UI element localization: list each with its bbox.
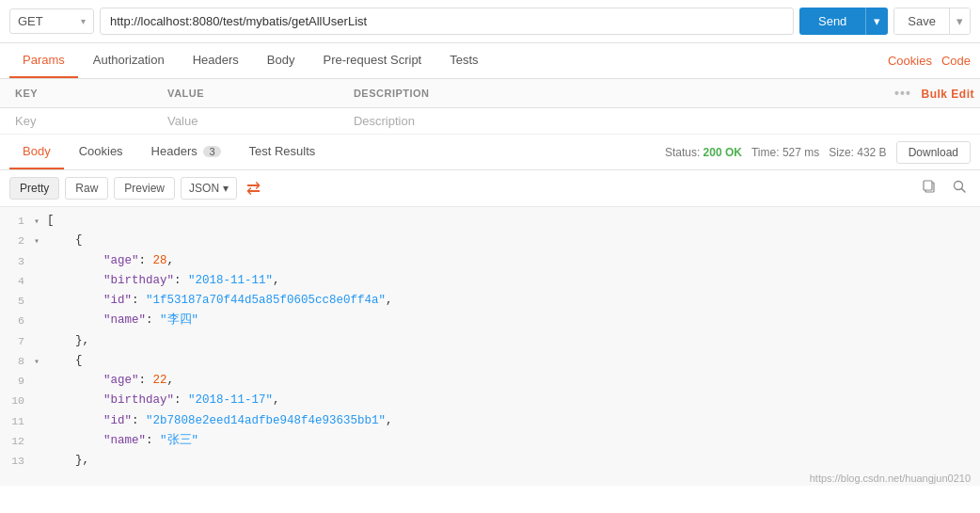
line-number: 3 xyxy=(0,251,34,271)
json-line: 3 "age": 28, xyxy=(0,251,980,271)
line-number: 12 xyxy=(0,431,34,451)
copy-icon[interactable] xyxy=(918,177,940,200)
col-desc: DESCRIPTION xyxy=(344,79,662,108)
resp-meta: Status: 200 OK Time: 527 ms Size: 432 B … xyxy=(665,141,971,164)
save-button[interactable]: Save xyxy=(894,8,949,34)
time-value: 527 ms xyxy=(782,146,819,159)
status-value: 200 OK xyxy=(703,146,742,159)
line-content: "age": 22, xyxy=(47,371,980,391)
line-content: "birthday": "2018-11-11", xyxy=(47,271,980,291)
headers-badge: 3 xyxy=(203,146,220,157)
line-content: }, xyxy=(47,451,980,471)
tab-authorization[interactable]: Authorization xyxy=(80,43,178,78)
line-number: 11 xyxy=(0,411,34,431)
line-content: "name": "李四" xyxy=(47,311,980,330)
line-arrow-icon xyxy=(34,451,47,454)
tab-headers[interactable]: Headers xyxy=(180,43,252,78)
params-row-empty: Key Value Description xyxy=(0,108,980,135)
svg-rect-1 xyxy=(924,181,932,190)
send-split-button[interactable]: ▾ xyxy=(865,8,888,35)
line-arrow-icon[interactable]: ▾ xyxy=(34,231,47,249)
watermark: https://blog.csdn.net/huangjun0210 xyxy=(0,471,980,486)
params-table: KEY VALUE DESCRIPTION ••• Bulk Edit Key … xyxy=(0,79,980,135)
line-arrow-icon[interactable]: ▾ xyxy=(34,351,47,370)
json-line: 8▾ { xyxy=(0,351,980,371)
line-arrow-icon xyxy=(34,311,47,313)
desc-cell[interactable]: Description xyxy=(344,108,662,135)
json-line: 12 "name": "张三" xyxy=(0,431,980,451)
value-cell[interactable]: Value xyxy=(158,108,344,135)
tab-body[interactable]: Body xyxy=(254,43,308,78)
tab-pre-request[interactable]: Pre-request Script xyxy=(309,43,435,78)
line-content: "name": "张三" xyxy=(47,431,980,451)
save-split-button[interactable]: ▾ xyxy=(949,8,970,34)
json-viewer: 1▾[2▾ {3 "age": 28,4 "birthday": "2018-1… xyxy=(0,207,980,471)
preview-button[interactable]: Preview xyxy=(114,177,175,200)
resp-tab-headers[interactable]: Headers 3 xyxy=(138,135,234,169)
resp-tab-cookies[interactable]: Cookies xyxy=(66,135,136,169)
col-key: KEY xyxy=(0,79,158,108)
format-select[interactable]: JSON ▾ xyxy=(181,177,237,200)
resp-tab-test-results[interactable]: Test Results xyxy=(236,135,329,169)
line-arrow-icon xyxy=(34,331,47,334)
size-value: 432 B xyxy=(857,146,886,159)
line-arrow-icon xyxy=(34,431,47,434)
send-group: Send ▾ xyxy=(799,8,888,35)
search-icon[interactable] xyxy=(948,177,971,200)
line-arrow-icon xyxy=(34,291,47,294)
json-line: 10 "birthday": "2018-11-17", xyxy=(0,391,980,410)
format-chevron-icon: ▾ xyxy=(223,182,229,195)
line-number: 13 xyxy=(0,451,34,471)
json-line: 7 }, xyxy=(0,331,980,351)
key-cell[interactable]: Key xyxy=(0,108,158,135)
cookies-link[interactable]: Cookies xyxy=(888,54,932,68)
headers-label: Headers xyxy=(151,144,198,158)
raw-button[interactable]: Raw xyxy=(65,177,108,200)
tab-tests[interactable]: Tests xyxy=(436,43,491,78)
line-content: "birthday": "2018-11-17", xyxy=(47,391,980,410)
time-prefix: Time: xyxy=(751,146,780,159)
line-arrow-icon xyxy=(34,251,47,254)
line-content: "id": "2b7808e2eed14adfbe948f4e93635bb1"… xyxy=(47,411,980,431)
line-content: [ xyxy=(47,211,980,231)
json-line: 9 "age": 22, xyxy=(0,371,980,391)
line-number: 6 xyxy=(0,311,34,330)
actions-cell xyxy=(662,108,980,135)
line-arrow-icon[interactable]: ▾ xyxy=(34,211,47,230)
wrap-icon[interactable]: ⇄ xyxy=(246,178,261,199)
url-input[interactable] xyxy=(100,8,794,35)
status-prefix: Status: xyxy=(665,146,700,159)
save-chevron-icon: ▾ xyxy=(956,14,963,28)
resp-tab-body[interactable]: Body xyxy=(9,135,64,169)
request-tabs: Params Authorization Headers Body Pre-re… xyxy=(0,43,980,79)
size-label: Size: 432 B xyxy=(829,146,886,159)
code-link[interactable]: Code xyxy=(941,54,971,68)
tab-right-links: Cookies Code xyxy=(888,54,971,68)
line-number: 1 xyxy=(0,211,34,231)
line-arrow-icon xyxy=(34,391,47,393)
bulk-edit-link[interactable]: Bulk Edit xyxy=(921,88,974,101)
line-content: { xyxy=(47,231,980,250)
line-content: { xyxy=(47,351,980,371)
method-select[interactable]: GET ▾ xyxy=(9,8,94,34)
json-line: 13 }, xyxy=(0,451,980,471)
tab-params[interactable]: Params xyxy=(9,43,78,78)
line-arrow-icon xyxy=(34,371,47,374)
svg-line-3 xyxy=(962,189,966,193)
line-arrow-icon xyxy=(34,411,47,414)
format-right-icons xyxy=(918,177,971,200)
line-number: 7 xyxy=(0,331,34,351)
line-number: 4 xyxy=(0,271,34,291)
send-button[interactable]: Send xyxy=(799,8,865,35)
format-label: JSON xyxy=(189,182,219,195)
response-tabs: Body Cookies Headers 3 Test Results Stat… xyxy=(0,135,980,170)
line-number: 10 xyxy=(0,391,34,410)
json-line: 5 "id": "1f53187a70f44d5a85f0605cc8e0ff4… xyxy=(0,291,980,311)
json-line: 6 "name": "李四" xyxy=(0,311,980,330)
method-chevron-icon: ▾ xyxy=(81,16,86,26)
top-bar: GET ▾ Send ▾ Save ▾ xyxy=(0,0,980,43)
download-button[interactable]: Download xyxy=(896,141,971,164)
pretty-button[interactable]: Pretty xyxy=(9,177,59,200)
json-line: 4 "birthday": "2018-11-11", xyxy=(0,271,980,291)
line-number: 2 xyxy=(0,231,34,250)
